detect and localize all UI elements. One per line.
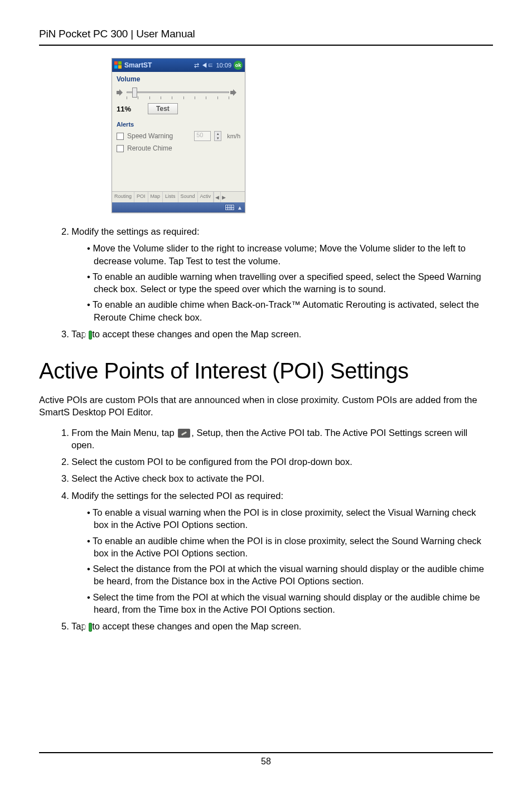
page-number: 58 xyxy=(261,757,271,766)
setup-icon xyxy=(178,429,190,438)
page-footer: 58 xyxy=(39,752,493,767)
reroute-chime-label: Reroute Chime xyxy=(127,144,240,152)
sip-bar: ▲ xyxy=(112,202,245,212)
device-screenshot: SmartST ⇄ ◀ㅌ 10:09 ok Volume 11% xyxy=(112,58,245,213)
tab-poi[interactable]: POI xyxy=(134,192,148,202)
tab-lists[interactable]: Lists xyxy=(163,192,178,202)
clock-text: 10:09 xyxy=(216,62,231,69)
sip-arrow-icon[interactable]: ▲ xyxy=(237,205,243,211)
speed-value-input[interactable]: 50 xyxy=(194,131,211,141)
speed-unit: km/h xyxy=(227,133,240,139)
step-2: 2. Modify the settings as required: xyxy=(61,225,493,238)
page-header: PiN Pocket PC 300 | User Manual xyxy=(39,28,493,46)
poi-step-3: 3. Select the Active check box to activa… xyxy=(61,472,493,484)
alerts-section-title: Alerts xyxy=(117,121,240,128)
tab-map[interactable]: Map xyxy=(148,192,163,202)
tab-scroll-right[interactable]: ▶ xyxy=(220,192,227,202)
status-indicators: ⇄ ◀ㅌ 10:09 xyxy=(194,61,231,70)
speed-spinner[interactable]: ▲▼ xyxy=(214,131,221,141)
bullet-time: Select the time from the POI at which th… xyxy=(87,591,493,616)
poi-step-1: 1. From the Main Menu, tap , Setup, then… xyxy=(61,426,493,452)
step-3: 3. Tap okto accept these changes and ope… xyxy=(61,328,493,340)
volume-section-title: Volume xyxy=(117,75,240,83)
bullet-reroute-chime: To enable an audible chime when Back-on-… xyxy=(87,298,493,323)
speaker-icon: ◀ㅌ xyxy=(201,61,214,70)
poi-step-4: 4. Modify the settings for the selected … xyxy=(61,489,493,502)
section-heading: Active Points of Interest (POI) Settings xyxy=(39,356,493,386)
speed-warning-label: Speed Warning xyxy=(127,132,191,140)
poi-step-2: 2. Select the custom POI to be configure… xyxy=(61,455,493,468)
reroute-chime-checkbox[interactable] xyxy=(117,145,124,152)
body-text: 2. Modify the settings as required: Move… xyxy=(39,225,493,632)
title-bar: SmartST ⇄ ◀ㅌ 10:09 ok xyxy=(112,59,245,72)
keyboard-icon[interactable] xyxy=(225,204,235,211)
app-title: SmartST xyxy=(124,61,152,69)
connection-icon: ⇄ xyxy=(194,62,199,69)
speed-warning-checkbox[interactable] xyxy=(117,133,124,140)
volume-slider[interactable] xyxy=(127,86,229,99)
bullet-volume-slider: Move the Volume slider to the right to i… xyxy=(87,242,493,267)
speaker-min-icon xyxy=(117,89,125,96)
start-icon[interactable] xyxy=(114,61,122,69)
ok-button[interactable]: ok xyxy=(234,61,243,70)
tab-active[interactable]: Activ xyxy=(198,192,214,202)
bullet-distance: Select the distance from the POI at whic… xyxy=(87,563,493,588)
speaker-max-icon xyxy=(230,89,240,96)
section-intro: Active POIs are custom POIs that are ann… xyxy=(39,394,493,419)
volume-percentage: 11% xyxy=(117,105,131,113)
bullet-visual-warning: To enable a visual warning when the POI … xyxy=(87,506,493,531)
tab-strip: Routing POI Map Lists Sound Activ ◀ ▶ xyxy=(112,191,245,202)
poi-step-5: 5. Tap okto accept these changes and ope… xyxy=(61,620,493,632)
bullet-speed-warning: To enable an audible warning when travel… xyxy=(87,270,493,295)
bullet-sound-warning: To enable an audible chime when the POI … xyxy=(87,535,493,560)
test-button[interactable]: Test xyxy=(148,103,178,114)
tab-routing[interactable]: Routing xyxy=(112,192,134,202)
tab-sound[interactable]: Sound xyxy=(178,192,198,202)
tab-scroll-left[interactable]: ◀ xyxy=(214,192,220,202)
